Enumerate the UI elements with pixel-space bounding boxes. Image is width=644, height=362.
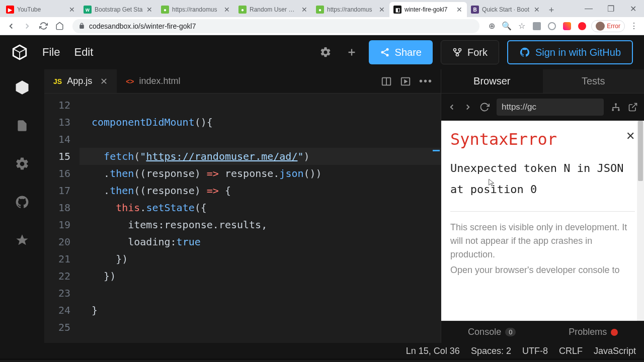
file-tab-index-html[interactable]: <> index.html <box>117 69 189 93</box>
preview-url-bar[interactable]: https://gc <box>497 99 604 116</box>
menu-edit[interactable]: Edit <box>74 46 93 59</box>
new-tab-button[interactable]: + <box>544 3 558 17</box>
status-encoding[interactable]: UTF-8 <box>522 346 548 356</box>
window-maximize-button[interactable]: ❐ <box>600 0 622 17</box>
zoom-add-icon[interactable]: ⊕ <box>486 20 498 32</box>
browser-tab[interactable]: ●Random User Gen✕ <box>234 2 312 17</box>
code-line[interactable] <box>79 319 441 336</box>
browser-tab[interactable]: ▶YouTube✕ <box>2 2 79 17</box>
preview-forward-button[interactable] <box>463 103 472 112</box>
code-content[interactable]: componentDidMount(){ fetch("https://rand… <box>79 94 441 343</box>
preview-tab-browser[interactable]: Browser <box>441 69 543 93</box>
error-overlay: SyntaxError ✕ Unexpected token N in JSON… <box>441 121 644 321</box>
activity-sandbox-icon[interactable] <box>13 78 31 97</box>
profile-error-pill[interactable]: Error <box>591 20 625 32</box>
code-line[interactable] <box>79 131 441 148</box>
tab-close-icon[interactable]: ✕ <box>146 6 153 13</box>
menu-file[interactable]: File <box>42 46 60 59</box>
zoom-icon[interactable]: 🔍 <box>501 20 513 32</box>
preview-toolbar: https://gc <box>441 94 644 121</box>
add-plus-icon[interactable] <box>343 43 361 61</box>
code-line[interactable]: fetch("https://randomuser.me/ad/") <box>79 148 441 165</box>
activity-github-icon[interactable] <box>13 193 31 211</box>
browser-reload-button[interactable] <box>36 19 50 33</box>
extension-icon-1[interactable] <box>531 20 543 32</box>
extension-icon-opera[interactable] <box>576 20 588 32</box>
problems-tab[interactable]: Problems <box>543 321 645 343</box>
preview-content: Loading .... SyntaxError ✕ Unexpected to… <box>441 121 644 321</box>
preview-external-icon[interactable] <box>628 102 638 112</box>
code-line[interactable]: this.setState({ <box>79 199 441 216</box>
browser-home-button[interactable] <box>52 19 66 33</box>
error-divider <box>450 211 635 212</box>
tab-close-icon[interactable]: ✕ <box>68 6 75 13</box>
code-editor[interactable]: 1213141516171819202122232425 componentDi… <box>44 94 441 343</box>
activity-deploy-icon[interactable] <box>13 231 31 249</box>
tab-close-icon[interactable]: ✕ <box>378 6 385 13</box>
browser-tab[interactable]: wBootstrap Get Sta✕ <box>79 2 157 17</box>
code-line[interactable]: }) <box>79 267 441 285</box>
tab-close-icon[interactable]: ✕ <box>456 6 463 13</box>
extension-icon-3[interactable] <box>561 20 573 32</box>
browser-forward-button[interactable] <box>20 19 34 33</box>
console-tab[interactable]: Console 0 <box>441 321 543 343</box>
tab-close-icon[interactable]: ✕ <box>533 6 540 13</box>
avatar-icon <box>596 22 605 31</box>
share-button[interactable]: Share <box>369 40 433 64</box>
browser-menu-button[interactable]: ⋮ <box>628 20 640 32</box>
tab-favicon-icon: ▶ <box>6 6 14 14</box>
code-line[interactable] <box>79 285 441 302</box>
bookmark-star-icon[interactable]: ☆ <box>516 20 528 32</box>
browser-tab[interactable]: ●https://randomus✕ <box>157 2 234 17</box>
minimap-marker <box>433 150 440 151</box>
activity-settings-icon[interactable] <box>13 155 31 173</box>
tab-close-icon[interactable]: ✕ <box>301 6 308 13</box>
browser-back-button[interactable] <box>4 19 18 33</box>
file-tab-app-js[interactable]: JS App.js ✕ <box>44 69 117 93</box>
browser-tab[interactable]: BQuick Start · Boot✕ <box>467 2 544 17</box>
error-note-1: This screen is visible only in developme… <box>450 221 635 261</box>
split-view-icon[interactable] <box>381 76 392 87</box>
status-cursor-pos[interactable]: Ln 15, Col 36 <box>406 346 460 356</box>
error-close-button[interactable]: ✕ <box>626 130 635 143</box>
js-file-icon: JS <box>53 77 62 85</box>
browser-tab[interactable]: ●https://randomus✕ <box>312 2 389 17</box>
settings-gear-icon[interactable] <box>316 43 335 61</box>
status-eol[interactable]: CRLF <box>559 346 583 356</box>
code-line[interactable]: }) <box>79 250 441 267</box>
svg-rect-9 <box>612 109 614 111</box>
code-line[interactable]: loading:true <box>79 233 441 250</box>
extension-icon-2[interactable] <box>546 20 558 32</box>
more-options-icon[interactable]: ••• <box>419 75 433 87</box>
preview-back-button[interactable] <box>447 103 456 112</box>
window-minimize-button[interactable]: — <box>578 0 600 17</box>
status-indentation[interactable]: Spaces: 2 <box>471 346 511 356</box>
preview-play-icon[interactable] <box>400 76 411 87</box>
preview-tab-tests[interactable]: Tests <box>543 69 645 93</box>
status-language[interactable]: JavaScript <box>594 346 636 356</box>
codesandbox-app: File Edit Share Fork Sign in with GitHub <box>0 35 644 362</box>
signin-github-button[interactable]: Sign in with GitHub <box>507 40 633 64</box>
window-close-button[interactable]: ✕ <box>622 0 644 17</box>
browser-tab[interactable]: ◧winter-fire-gokl7✕ <box>389 2 467 17</box>
preview-reload-button[interactable] <box>479 102 490 112</box>
svg-rect-10 <box>618 109 619 111</box>
code-line[interactable] <box>79 97 441 114</box>
close-tab-icon[interactable]: ✕ <box>100 76 108 87</box>
tab-close-icon[interactable]: ✕ <box>223 6 230 13</box>
codesandbox-logo-icon[interactable] <box>11 44 28 61</box>
preview-scrollbar[interactable] <box>637 121 644 321</box>
code-line[interactable]: .then((response) => response.json()) <box>79 165 441 182</box>
preview-structure-icon[interactable] <box>611 102 621 112</box>
window-controls: — ❐ ✕ <box>578 0 644 17</box>
tab-favicon-icon: B <box>471 6 479 14</box>
code-line[interactable]: componentDidMount(){ <box>79 114 441 131</box>
tab-title: https://randomus <box>327 6 375 13</box>
activity-files-icon[interactable] <box>13 117 31 135</box>
code-line[interactable]: .then((response) => { <box>79 182 441 199</box>
code-line[interactable]: items:response.results, <box>79 216 441 233</box>
browser-address-bar[interactable]: codesandbox.io/s/winter-fire-gokl7 <box>72 19 479 33</box>
fork-button[interactable]: Fork <box>441 40 499 64</box>
code-line[interactable]: } <box>79 302 441 319</box>
line-number-gutter: 1213141516171819202122232425 <box>44 94 79 343</box>
